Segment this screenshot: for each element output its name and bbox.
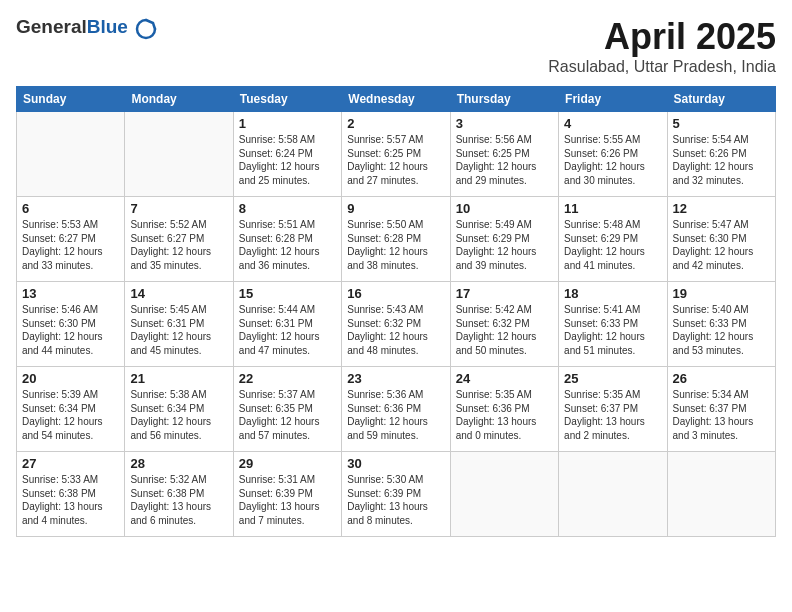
day-info: Sunrise: 5:34 AMSunset: 6:37 PMDaylight:… [673,388,770,442]
day-of-week-saturday: Saturday [667,87,775,112]
day-info: Sunrise: 5:43 AMSunset: 6:32 PMDaylight:… [347,303,444,357]
day-info: Sunrise: 5:55 AMSunset: 6:26 PMDaylight:… [564,133,661,187]
week-row-1: 1Sunrise: 5:58 AMSunset: 6:24 PMDaylight… [17,112,776,197]
calendar-cell: 30Sunrise: 5:30 AMSunset: 6:39 PMDayligh… [342,452,450,537]
day-info: Sunrise: 5:33 AMSunset: 6:38 PMDaylight:… [22,473,119,527]
week-row-4: 20Sunrise: 5:39 AMSunset: 6:34 PMDayligh… [17,367,776,452]
day-number: 20 [22,371,119,386]
day-number: 13 [22,286,119,301]
day-number: 9 [347,201,444,216]
calendar-cell: 20Sunrise: 5:39 AMSunset: 6:34 PMDayligh… [17,367,125,452]
day-info: Sunrise: 5:53 AMSunset: 6:27 PMDaylight:… [22,218,119,272]
day-info: Sunrise: 5:35 AMSunset: 6:36 PMDaylight:… [456,388,553,442]
calendar-cell: 15Sunrise: 5:44 AMSunset: 6:31 PMDayligh… [233,282,341,367]
logo: GeneralBlue [16,16,157,40]
day-number: 8 [239,201,336,216]
week-row-2: 6Sunrise: 5:53 AMSunset: 6:27 PMDaylight… [17,197,776,282]
location-title: Rasulabad, Uttar Pradesh, India [548,58,776,76]
day-info: Sunrise: 5:51 AMSunset: 6:28 PMDaylight:… [239,218,336,272]
day-number: 18 [564,286,661,301]
day-info: Sunrise: 5:47 AMSunset: 6:30 PMDaylight:… [673,218,770,272]
day-info: Sunrise: 5:42 AMSunset: 6:32 PMDaylight:… [456,303,553,357]
day-number: 2 [347,116,444,131]
calendar-cell: 14Sunrise: 5:45 AMSunset: 6:31 PMDayligh… [125,282,233,367]
calendar-cell: 8Sunrise: 5:51 AMSunset: 6:28 PMDaylight… [233,197,341,282]
day-info: Sunrise: 5:44 AMSunset: 6:31 PMDaylight:… [239,303,336,357]
day-number: 28 [130,456,227,471]
day-info: Sunrise: 5:48 AMSunset: 6:29 PMDaylight:… [564,218,661,272]
day-number: 17 [456,286,553,301]
calendar-cell: 23Sunrise: 5:36 AMSunset: 6:36 PMDayligh… [342,367,450,452]
logo-general: GeneralBlue [16,19,132,36]
day-number: 23 [347,371,444,386]
day-number: 7 [130,201,227,216]
calendar-cell [450,452,558,537]
title-block: April 2025 Rasulabad, Uttar Pradesh, Ind… [548,16,776,76]
day-info: Sunrise: 5:39 AMSunset: 6:34 PMDaylight:… [22,388,119,442]
day-number: 11 [564,201,661,216]
day-info: Sunrise: 5:35 AMSunset: 6:37 PMDaylight:… [564,388,661,442]
calendar-cell: 19Sunrise: 5:40 AMSunset: 6:33 PMDayligh… [667,282,775,367]
calendar-cell: 1Sunrise: 5:58 AMSunset: 6:24 PMDaylight… [233,112,341,197]
calendar-cell: 22Sunrise: 5:37 AMSunset: 6:35 PMDayligh… [233,367,341,452]
day-info: Sunrise: 5:41 AMSunset: 6:33 PMDaylight:… [564,303,661,357]
day-number: 1 [239,116,336,131]
day-info: Sunrise: 5:32 AMSunset: 6:38 PMDaylight:… [130,473,227,527]
day-number: 29 [239,456,336,471]
calendar-cell: 4Sunrise: 5:55 AMSunset: 6:26 PMDaylight… [559,112,667,197]
day-number: 14 [130,286,227,301]
day-number: 3 [456,116,553,131]
calendar-cell: 18Sunrise: 5:41 AMSunset: 6:33 PMDayligh… [559,282,667,367]
day-info: Sunrise: 5:49 AMSunset: 6:29 PMDaylight:… [456,218,553,272]
calendar-cell: 17Sunrise: 5:42 AMSunset: 6:32 PMDayligh… [450,282,558,367]
calendar-cell: 12Sunrise: 5:47 AMSunset: 6:30 PMDayligh… [667,197,775,282]
day-of-week-thursday: Thursday [450,87,558,112]
day-number: 12 [673,201,770,216]
calendar-cell: 25Sunrise: 5:35 AMSunset: 6:37 PMDayligh… [559,367,667,452]
day-number: 6 [22,201,119,216]
day-info: Sunrise: 5:52 AMSunset: 6:27 PMDaylight:… [130,218,227,272]
day-of-week-friday: Friday [559,87,667,112]
calendar-cell: 9Sunrise: 5:50 AMSunset: 6:28 PMDaylight… [342,197,450,282]
day-info: Sunrise: 5:38 AMSunset: 6:34 PMDaylight:… [130,388,227,442]
calendar-cell [667,452,775,537]
calendar-cell: 3Sunrise: 5:56 AMSunset: 6:25 PMDaylight… [450,112,558,197]
page-header: GeneralBlue April 2025 Rasulabad, Uttar … [16,16,776,76]
day-number: 25 [564,371,661,386]
calendar-cell [125,112,233,197]
day-number: 5 [673,116,770,131]
calendar-header-row: SundayMondayTuesdayWednesdayThursdayFrid… [17,87,776,112]
day-info: Sunrise: 5:46 AMSunset: 6:30 PMDaylight:… [22,303,119,357]
day-number: 21 [130,371,227,386]
day-number: 27 [22,456,119,471]
day-info: Sunrise: 5:30 AMSunset: 6:39 PMDaylight:… [347,473,444,527]
day-of-week-tuesday: Tuesday [233,87,341,112]
day-info: Sunrise: 5:57 AMSunset: 6:25 PMDaylight:… [347,133,444,187]
calendar-cell: 16Sunrise: 5:43 AMSunset: 6:32 PMDayligh… [342,282,450,367]
day-number: 15 [239,286,336,301]
calendar-cell: 28Sunrise: 5:32 AMSunset: 6:38 PMDayligh… [125,452,233,537]
day-of-week-monday: Monday [125,87,233,112]
day-info: Sunrise: 5:56 AMSunset: 6:25 PMDaylight:… [456,133,553,187]
week-row-5: 27Sunrise: 5:33 AMSunset: 6:38 PMDayligh… [17,452,776,537]
calendar-cell: 5Sunrise: 5:54 AMSunset: 6:26 PMDaylight… [667,112,775,197]
day-number: 30 [347,456,444,471]
calendar-cell: 24Sunrise: 5:35 AMSunset: 6:36 PMDayligh… [450,367,558,452]
calendar-cell: 27Sunrise: 5:33 AMSunset: 6:38 PMDayligh… [17,452,125,537]
day-of-week-wednesday: Wednesday [342,87,450,112]
day-info: Sunrise: 5:40 AMSunset: 6:33 PMDaylight:… [673,303,770,357]
calendar-cell: 13Sunrise: 5:46 AMSunset: 6:30 PMDayligh… [17,282,125,367]
day-info: Sunrise: 5:31 AMSunset: 6:39 PMDaylight:… [239,473,336,527]
day-number: 19 [673,286,770,301]
day-info: Sunrise: 5:37 AMSunset: 6:35 PMDaylight:… [239,388,336,442]
calendar-cell: 21Sunrise: 5:38 AMSunset: 6:34 PMDayligh… [125,367,233,452]
month-title: April 2025 [548,16,776,58]
day-number: 26 [673,371,770,386]
calendar-cell: 29Sunrise: 5:31 AMSunset: 6:39 PMDayligh… [233,452,341,537]
calendar-cell: 11Sunrise: 5:48 AMSunset: 6:29 PMDayligh… [559,197,667,282]
day-number: 24 [456,371,553,386]
calendar-cell [17,112,125,197]
day-info: Sunrise: 5:36 AMSunset: 6:36 PMDaylight:… [347,388,444,442]
day-number: 16 [347,286,444,301]
calendar-cell: 6Sunrise: 5:53 AMSunset: 6:27 PMDaylight… [17,197,125,282]
